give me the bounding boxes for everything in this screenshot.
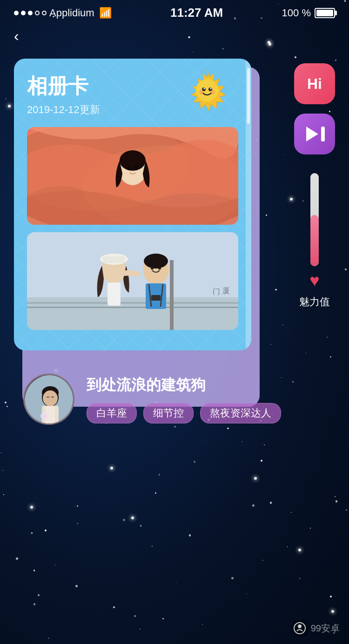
svg-point-40 xyxy=(298,624,302,628)
card-wrapper: 相册卡 2019-12-12更新 xyxy=(14,59,335,350)
photo-2: 厦门 xyxy=(27,232,238,330)
hi-button[interactable]: Hi xyxy=(294,63,335,104)
charm-slider-fill xyxy=(310,215,319,266)
svg-point-25 xyxy=(144,254,168,268)
charm-slider-track xyxy=(310,173,319,266)
dot1 xyxy=(14,11,19,15)
svg-rect-19 xyxy=(170,260,174,330)
hi-label: Hi xyxy=(307,75,322,93)
charm-meter: ♥ 魅力值 xyxy=(299,173,330,309)
svg-point-6 xyxy=(199,90,204,94)
photo-1 xyxy=(27,127,238,225)
dot2 xyxy=(21,11,26,15)
battery-percent: 100 % xyxy=(282,7,311,19)
status-right: 100 % xyxy=(282,7,335,19)
tag-nightowl: 熬夜资深达人 xyxy=(200,403,281,423)
card-scrollbar[interactable] xyxy=(246,59,251,350)
svg-point-5 xyxy=(210,88,212,89)
heart-icon: ♥ xyxy=(309,271,319,290)
watermark-text: 99安卓 xyxy=(311,622,340,635)
svg-point-12 xyxy=(120,150,146,171)
wifi-icon: 📶 xyxy=(99,7,112,19)
svg-point-13 xyxy=(127,166,131,170)
user-name: 到处流浪的建筑狗 xyxy=(87,375,326,396)
play-bar xyxy=(321,127,325,141)
svg-point-38 xyxy=(42,414,46,418)
svg-point-28 xyxy=(151,267,154,270)
photo1-background xyxy=(27,127,238,225)
charm-label: 魅力值 xyxy=(299,295,330,309)
right-panel: Hi ♥ 魅力值 xyxy=(294,59,335,309)
tag-detail: 细节控 xyxy=(143,403,194,423)
svg-rect-15 xyxy=(27,232,238,297)
battery-fill xyxy=(316,10,333,16)
tag-aries: 白羊座 xyxy=(87,403,137,423)
svg-rect-23 xyxy=(107,282,121,306)
user-tags: 白羊座 细节控 熬夜资深达人 xyxy=(87,403,326,423)
svg-point-7 xyxy=(210,90,215,94)
play-icon xyxy=(304,127,325,141)
dot4 xyxy=(35,11,40,15)
svg-point-1 xyxy=(196,79,218,101)
status-bar: Applidium 📶 11:27 AM 100 % xyxy=(0,0,349,23)
svg-point-36 xyxy=(43,390,58,406)
watermark-logo xyxy=(291,620,308,637)
svg-point-14 xyxy=(134,166,138,170)
signal-dots xyxy=(14,11,47,15)
album-card: 相册卡 2019-12-12更新 xyxy=(14,59,251,350)
card-scroll-thumb xyxy=(247,68,250,124)
watermark: 99安卓 xyxy=(291,620,340,637)
play-triangle xyxy=(306,127,318,141)
svg-rect-18 xyxy=(27,307,238,308)
photo2-background: 厦门 xyxy=(27,232,238,330)
user-info: 到处流浪的建筑狗 白羊座 细节控 熬夜资深达人 xyxy=(87,375,326,423)
svg-point-29 xyxy=(158,267,161,270)
svg-rect-17 xyxy=(27,302,238,304)
sun-decoration xyxy=(186,69,228,111)
dot3 xyxy=(28,11,33,15)
user-section: 到处流浪的建筑狗 白羊座 细节控 熬夜资深达人 xyxy=(14,374,335,425)
svg-point-4 xyxy=(204,88,205,89)
svg-rect-27 xyxy=(151,295,161,301)
battery-icon xyxy=(315,8,335,18)
back-button[interactable]: ‹ xyxy=(0,23,349,49)
svg-rect-22 xyxy=(103,256,125,263)
dot5 xyxy=(42,11,47,15)
time-display: 11:27 AM xyxy=(170,6,223,20)
main-content: 相册卡 2019-12-12更新 xyxy=(0,59,349,425)
status-left: Applidium 📶 xyxy=(14,7,112,19)
user-avatar xyxy=(23,374,74,425)
carrier-name: Applidium xyxy=(49,7,94,19)
play-button[interactable] xyxy=(294,114,335,154)
